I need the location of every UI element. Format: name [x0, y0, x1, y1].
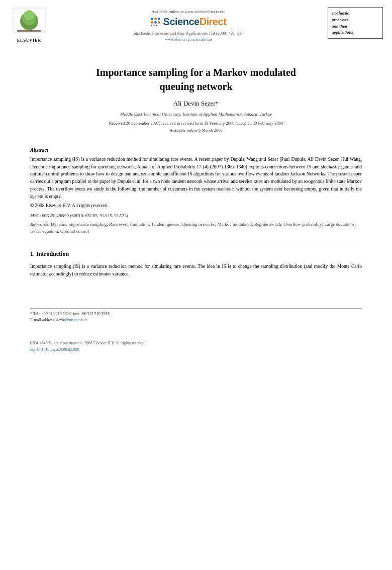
sd-dot-1	[151, 18, 153, 20]
article-title-line2: queuing network	[159, 81, 232, 92]
footnote-email-label: E-mail address:	[30, 318, 55, 322]
sd-dot-7	[151, 25, 152, 26]
article-title-line1: Importance sampling for a Markov modulat…	[96, 67, 296, 78]
abstract-label: Abstract	[30, 147, 362, 153]
header: ELSEVIER Available online at www.science…	[0, 0, 392, 47]
sd-dot-4	[151, 21, 153, 24]
main-content: Importance sampling for a Markov modulat…	[0, 47, 392, 333]
sd-dots-icon	[151, 18, 160, 26]
journal-box-line3: and their	[332, 24, 348, 29]
sciencedirect-logo: ScienceDirect	[151, 16, 227, 28]
keywords-text: Dynamic importance sampling; Rare event …	[30, 222, 356, 234]
keywords-label: Keywords:	[30, 222, 50, 227]
abstract-text: Importance sampling (IS) is a variance r…	[30, 156, 362, 200]
sd-dot-9	[156, 25, 157, 26]
doi-link[interactable]: doi:10.1016/j.spa.2008.02.009	[30, 347, 79, 352]
footnote-email[interactable]: devin@metu.edu.tr	[56, 318, 87, 322]
sd-dot-5	[154, 21, 157, 24]
direct-text: Direct	[200, 16, 227, 27]
article-title: Importance sampling for a Markov modulat…	[30, 65, 362, 93]
journal-box-line2: processes	[332, 17, 348, 22]
sd-dot-8	[153, 25, 155, 26]
bottom-bar: 0304-4149/$ - see front matter © 2008 El…	[0, 338, 392, 355]
msc-line: MSC: 60K25; 49N90 (60F10, 65C05, 91A15, …	[30, 213, 362, 218]
received-date: Received 20 September 2007; received in …	[30, 121, 362, 126]
keywords-line: Keywords: Dynamic importance sampling; R…	[30, 221, 362, 235]
issn-text: 0304-4149/$ - see front matter © 2008 El…	[30, 340, 362, 347]
page: ELSEVIER Available online at www.science…	[0, 0, 392, 570]
journal-box-line4: applications	[332, 30, 353, 35]
header-center: Available online at www.sciencedirect.co…	[54, 7, 323, 42]
sd-dot-3	[158, 18, 160, 20]
journal-name-box: stochastic processes and their applicati…	[328, 7, 383, 39]
copyright-text: © 2008 Elsevier B.V. All rights reserved…	[30, 203, 362, 208]
msc-codes: 60K25; 49N90 (60F10, 65C05, 91A15, 91A23…	[42, 213, 128, 218]
svg-point-4	[24, 10, 34, 20]
elsevier-locate-link[interactable]: www.elsevier.com/locate/spa	[165, 37, 212, 42]
intro-heading: 1. Introduction	[30, 250, 362, 258]
divider-1	[30, 140, 362, 140]
footnote-area: * Tel.: +90 312 210 5608; fax: +90 312 2…	[30, 308, 362, 323]
affiliation: Middle East Technical University, Instit…	[30, 112, 362, 117]
sd-dot-2	[154, 18, 157, 20]
msc-label: MSC:	[30, 213, 41, 218]
footnote-star: * Tel.: +90 312 210 5608; fax: +90 312 2…	[30, 311, 362, 323]
intro-text: Importance sampling (IS) is a variance r…	[30, 263, 362, 277]
author-name: Ali Devin Sezer*	[30, 100, 362, 108]
sd-dot-6	[158, 21, 160, 24]
journal-box-line1: stochastic	[332, 11, 349, 16]
elsevier-logo-section: ELSEVIER	[9, 7, 49, 43]
available-online-text: Available online at www.sciencedirect.co…	[151, 9, 225, 14]
divider-2	[30, 242, 362, 242]
elsevier-logo-image	[12, 7, 46, 37]
elsevier-label: ELSEVIER	[17, 38, 41, 43]
available-date: Available online 6 March 2008	[30, 128, 362, 133]
svg-rect-5	[17, 30, 41, 32]
sciencedirect-wordmark: ScienceDirect	[163, 16, 227, 28]
abstract-section: Abstract Importance sampling (IS) is a v…	[30, 147, 362, 208]
journal-info: Stochastic Processes and their Applicati…	[134, 31, 244, 36]
